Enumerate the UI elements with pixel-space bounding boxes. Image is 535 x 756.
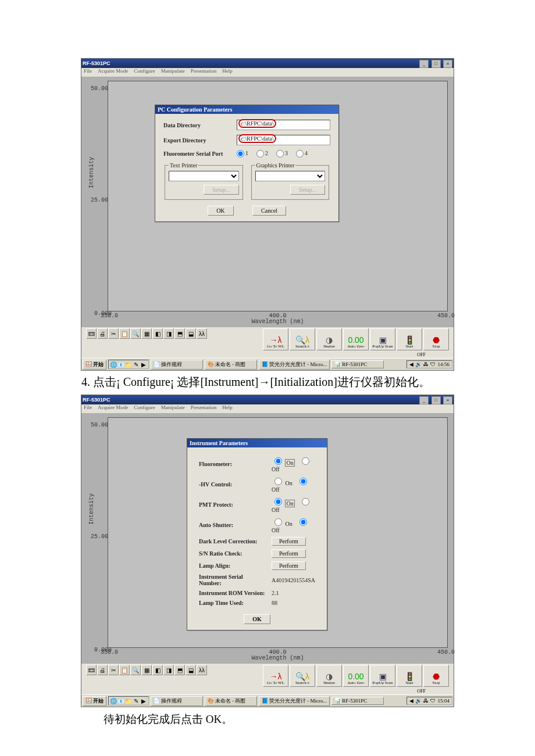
radio-on[interactable]: On: [272, 500, 295, 507]
menu-file[interactable]: File: [84, 404, 92, 413]
cancel-button[interactable]: Cancel: [252, 206, 286, 216]
serial-2[interactable]: [256, 150, 264, 157]
task-item[interactable]: 📘荧光分光光度计 - Micro...: [259, 360, 330, 370]
mini-icon[interactable]: ✂: [108, 665, 119, 675]
export-dir-input[interactable]: c:\RFPC\data\: [237, 135, 330, 145]
mini-icon[interactable]: ◧: [152, 665, 163, 675]
task-item[interactable]: 🎨未命名 - 画图: [205, 696, 257, 706]
bigbtn-shutter[interactable]: ◑Shutter: [316, 665, 342, 687]
ok-button[interactable]: OK: [244, 614, 270, 624]
radio-on[interactable]: On: [272, 480, 293, 486]
task-item[interactable]: 🎨未命名 - 画图: [205, 360, 257, 370]
task-item[interactable]: 📄操作规程: [151, 360, 203, 370]
data-dir-input[interactable]: c:\RFPC\data\: [237, 120, 330, 130]
mini-icon[interactable]: 🖨: [97, 328, 108, 339]
perform-button[interactable]: Perform: [272, 537, 306, 546]
bigbtn-autozero[interactable]: 0.00Auto Zero: [343, 665, 369, 687]
bigbtn-start[interactable]: 🚦Start: [397, 328, 422, 350]
maximize-button[interactable]: □: [431, 60, 441, 68]
menu-help[interactable]: Help: [222, 68, 233, 77]
screenshot-2: RF-5301PC _ □ × File Acquire Mode Config…: [81, 395, 454, 707]
mini-icon[interactable]: ◨: [163, 665, 174, 675]
text-printer-setup-button[interactable]: Setup...: [204, 185, 238, 195]
window-buttons: _ □ ×: [419, 59, 452, 68]
task-item[interactable]: 📊RF-5301PC: [331, 360, 384, 368]
mini-icon[interactable]: ⬓: [186, 328, 196, 339]
mini-icon[interactable]: 🔍: [130, 665, 141, 675]
lower-toolbar: 📼🖨 ✂📋 🔍▦ ◧◨ ⬒⬓ λλ →λGo To WL🔍λSearch λ◑S…: [81, 663, 454, 688]
ok-button[interactable]: OK: [208, 206, 233, 216]
graphics-printer-select[interactable]: [255, 171, 326, 181]
task-item[interactable]: 📄操作规程: [151, 696, 203, 706]
big-buttons: →λGo To WL🔍λSearch λ◑Shutter0.00Auto Zer…: [263, 665, 449, 687]
bigbtn-shutter[interactable]: ◑Shutter: [316, 328, 342, 350]
mini-icon[interactable]: 📋: [119, 665, 130, 675]
menu-help[interactable]: Help: [222, 404, 233, 413]
menu-manipulate[interactable]: Manipulate: [161, 404, 185, 413]
perform-button[interactable]: Perform: [272, 549, 306, 558]
menu-presentation[interactable]: Presentation: [191, 68, 217, 77]
bigbtn-searchl[interactable]: 🔍λSearch λ: [290, 328, 315, 350]
mini-icon[interactable]: 🖨: [97, 665, 108, 675]
bigbtn-popup[interactable]: ▣PopUp Scan: [370, 328, 395, 350]
mini-icon[interactable]: 📼: [86, 665, 97, 675]
graphics-printer-setup-button[interactable]: Setup...: [290, 185, 325, 195]
close-button[interactable]: ×: [443, 396, 452, 404]
menu-configure[interactable]: Configure: [134, 68, 155, 77]
mini-icon[interactable]: ▦: [141, 328, 152, 339]
radio-on[interactable]: On: [272, 521, 293, 527]
text-printer-select[interactable]: [169, 171, 239, 181]
menu-bar: File Acquire Mode Configure Manipulate P…: [81, 404, 454, 414]
searchl-icon: 🔍λ: [295, 336, 309, 344]
off-indicator: OFF: [81, 688, 454, 694]
bigbtn-autozero[interactable]: 0.00Auto Zero: [343, 328, 369, 350]
mini-icon[interactable]: ⬓: [186, 665, 196, 675]
bigbtn-popup[interactable]: ▣PopUp Scan: [370, 665, 395, 687]
minimize-button[interactable]: _: [419, 396, 429, 404]
serial-3[interactable]: [276, 150, 284, 157]
task-item[interactable]: 📊RF-5301PC: [331, 697, 384, 705]
off-indicator: OFF: [81, 352, 454, 358]
menu-presentation[interactable]: Presentation: [191, 404, 217, 413]
mini-icon[interactable]: 📼: [86, 328, 97, 339]
graphics-printer-legend: Graphics Printer: [255, 162, 296, 169]
bigbtn-stop[interactable]: ⬣Stop: [423, 328, 449, 350]
shutter-icon: ◑: [326, 336, 333, 344]
bigbtn-gotowl[interactable]: →λGo To WL: [263, 665, 288, 687]
mini-icon[interactable]: λλ: [197, 665, 207, 675]
bigbtn-gotowl[interactable]: →λGo To WL: [263, 328, 288, 350]
bigbtn-searchl[interactable]: 🔍λSearch λ: [290, 665, 315, 687]
mini-icon[interactable]: ▦: [141, 665, 152, 675]
autozero-icon: 0.00: [348, 672, 363, 680]
start-button[interactable]: 🪟开始: [83, 360, 106, 370]
serial-4[interactable]: [296, 150, 304, 157]
menu-file[interactable]: File: [84, 68, 92, 77]
mini-icon[interactable]: ◧: [152, 328, 163, 339]
mini-icon[interactable]: ✂: [108, 328, 119, 339]
mini-icon[interactable]: λλ: [197, 328, 207, 339]
task-item[interactable]: 📘荧光分光光度计 - Micro...: [259, 696, 330, 706]
menu-configure[interactable]: Configure: [134, 404, 155, 413]
radio-on[interactable]: On: [272, 460, 295, 466]
plot-area: Instrument Parameters Fluorometer: On Of…: [108, 417, 448, 648]
bigbtn-stop[interactable]: ⬣Stop: [423, 665, 449, 687]
x-axis-label: Wavelength (nm): [108, 655, 448, 661]
minimize-button[interactable]: _: [419, 60, 429, 68]
close-button[interactable]: ×: [443, 60, 452, 68]
serial-1[interactable]: [237, 150, 244, 157]
mini-icon[interactable]: ◨: [163, 328, 174, 339]
param-label: Dark Level Correction:: [197, 536, 268, 547]
menu-acquire[interactable]: Acquire Mode: [98, 404, 128, 413]
mini-icon[interactable]: ⬒: [174, 328, 185, 339]
menu-acquire[interactable]: Acquire Mode: [98, 68, 128, 77]
mini-icon[interactable]: 🔍: [130, 328, 141, 339]
start-button[interactable]: 🪟开始: [83, 696, 106, 706]
menu-manipulate[interactable]: Manipulate: [161, 68, 185, 77]
maximize-button[interactable]: □: [431, 396, 441, 404]
bigbtn-start[interactable]: 🚦Start: [397, 665, 422, 687]
data-dir-label: Data Directory: [163, 122, 233, 128]
perform-button[interactable]: Perform: [272, 561, 306, 570]
mini-icon[interactable]: ⬒: [174, 665, 185, 675]
mini-icon[interactable]: 📋: [119, 328, 130, 339]
quick-launch: 🌐📧📁✎▶: [108, 696, 149, 705]
